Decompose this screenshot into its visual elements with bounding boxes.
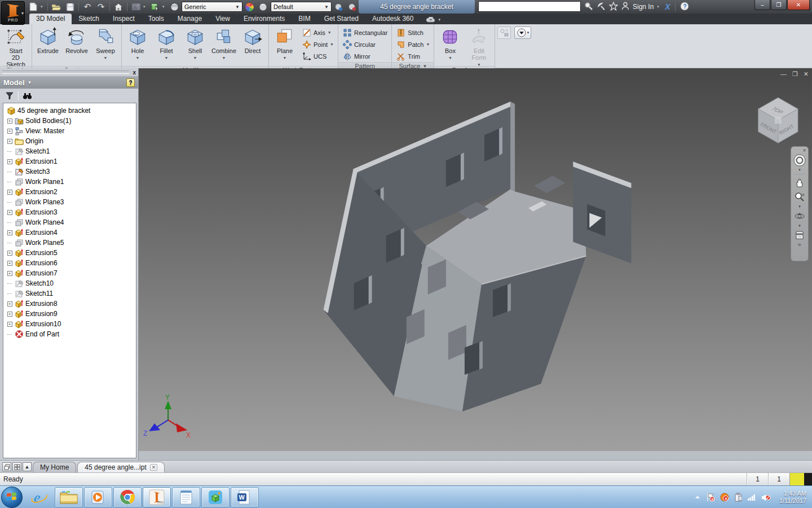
rectangular-button[interactable]: Rectangular: [340, 27, 390, 38]
tree-item-work-plane5[interactable]: Work Plane5: [6, 238, 136, 248]
dropdown-arrow-icon[interactable]: ▼: [330, 42, 334, 46]
adjust-appearance-icon[interactable]: [333, 1, 345, 12]
tree-connector[interactable]: +: [6, 119, 14, 124]
ribbon-tab-get-started[interactable]: Get Started: [317, 14, 365, 24]
cloud-icon[interactable]: [426, 17, 436, 23]
communication-center-icon[interactable]: [597, 2, 606, 12]
tree-item-extrusion10[interactable]: +Extrusion10: [6, 319, 136, 329]
tree-item-sketch10[interactable]: Sketch10: [6, 278, 136, 288]
render-icon-dropdown[interactable]: ▾: [143, 5, 148, 9]
box-button[interactable]: Box▼: [436, 25, 464, 66]
dropdown-arrow-icon[interactable]: ▼: [193, 55, 197, 62]
tree-item-45-degree-angle-bracket[interactable]: 45 degree angle bracket: [6, 106, 136, 116]
backup-alert-icon[interactable]: ✕: [720, 493, 729, 502]
expand-plus-icon[interactable]: +: [7, 301, 12, 306]
network-signal-icon[interactable]: [747, 493, 756, 501]
tree-connector[interactable]: +: [6, 271, 14, 276]
revolve-button[interactable]: Revolve: [63, 25, 91, 66]
circular-button[interactable]: Circular: [340, 38, 390, 50]
new-document-icon[interactable]: [27, 1, 39, 12]
appearance-ball-icon[interactable]: [257, 1, 270, 12]
expand-plus-icon[interactable]: +: [7, 261, 12, 266]
exchange-apps-icon[interactable]: X: [665, 2, 670, 11]
help-icon[interactable]: ?: [680, 2, 689, 12]
sign-in-label[interactable]: Sign In: [633, 3, 654, 11]
tree-item-extrusion2[interactable]: +Extrusion2: [6, 187, 136, 197]
navbar-close-icon[interactable]: ✕: [802, 148, 806, 153]
color-wheel-icon[interactable]: [244, 1, 256, 12]
ribbon-tab-3d-model[interactable]: 3D Model: [29, 14, 72, 24]
open-icon[interactable]: [50, 1, 63, 12]
zoom-icon[interactable]: ±: [792, 190, 807, 204]
doc-close-icon[interactable]: ✕: [804, 71, 809, 78]
orbit-dropdown-icon[interactable]: ▾: [798, 224, 801, 228]
dropdown-arrow-icon[interactable]: ▼: [328, 30, 332, 34]
tray-expand-icon[interactable]: [694, 494, 701, 500]
selection-cube-icon-dropdown[interactable]: ▾: [162, 5, 167, 9]
doc-restore-icon[interactable]: ❐: [792, 71, 798, 78]
ribbon-tab-environments[interactable]: Environments: [237, 14, 292, 24]
search-icon[interactable]: [584, 2, 593, 12]
close-button[interactable]: ✕: [787, 0, 810, 10]
volume-muted-icon[interactable]: [761, 493, 771, 502]
application-menu-button[interactable]: PRO ▾: [1, 1, 25, 25]
dropdown-arrow-icon[interactable]: ▼: [136, 55, 140, 62]
dropdown-arrow-icon[interactable]: ▼: [104, 55, 108, 62]
redo-icon[interactable]: ↷: [95, 1, 107, 12]
tree-item-extrusion6[interactable]: +Extrusion6: [6, 258, 136, 268]
browser-grip[interactable]: x: [0, 68, 138, 76]
dropdown-arrow-icon[interactable]: ▼: [426, 42, 430, 46]
taskbar-word-button[interactable]: W: [231, 487, 259, 507]
start-2d-sketch-button[interactable]: Start2D Sketch▼: [2, 25, 30, 66]
dropdown-arrow-icon[interactable]: ▼: [283, 55, 287, 62]
taskbar-internet-explorer-button[interactable]: e: [25, 487, 54, 507]
ribbon-tab-bim[interactable]: BIM: [292, 14, 317, 24]
taskbar-clock[interactable]: 1:43 AM 1/11/2017: [776, 490, 806, 505]
expand-up-icon[interactable]: ▲: [23, 462, 32, 471]
stitch-button[interactable]: Stitch: [394, 27, 432, 38]
expand-plus-icon[interactable]: +: [7, 139, 12, 144]
doc-minimize-icon[interactable]: —: [780, 71, 787, 78]
action-center-flag-icon[interactable]: ✕: [706, 493, 715, 502]
taskbar-windows-explorer-button[interactable]: [55, 487, 83, 507]
direct-button[interactable]: Direct: [239, 25, 267, 66]
zoom-dropdown-icon[interactable]: ▾: [798, 204, 801, 209]
sweep-button[interactable]: Sweep▼: [91, 25, 120, 66]
selection-cube-icon[interactable]: [149, 1, 161, 12]
tree-item-work-plane4[interactable]: Work Plane4: [6, 217, 136, 227]
document-tab-my-home[interactable]: My Home: [33, 462, 76, 472]
pan-hand-icon[interactable]: [792, 176, 807, 190]
tree-item-extrusion1[interactable]: +Extrusion1: [6, 156, 136, 167]
favorites-star-icon[interactable]: [609, 2, 618, 12]
tree-connector[interactable]: +: [6, 301, 14, 306]
dropdown-arrow-icon[interactable]: ▼: [222, 55, 226, 62]
ribbon-tab-autodesk-360[interactable]: Autodesk 360: [365, 14, 420, 24]
ribbon-collapse-button[interactable]: ▾: [514, 27, 531, 39]
tab-close-icon[interactable]: ✕: [150, 464, 158, 471]
tree-connector[interactable]: +: [6, 322, 14, 327]
tree-item-work-plane3[interactable]: Work Plane3: [6, 197, 136, 207]
tree-item-solid-bodies-1-[interactable]: +Solid Bodies(1): [6, 116, 136, 126]
ribbon-tab-sketch[interactable]: Sketch: [72, 14, 106, 24]
look-at-icon[interactable]: [792, 229, 807, 242]
model-canvas[interactable]: TOP FRONT RIGHT Y Z X: [139, 68, 812, 451]
viewport-3d[interactable]: TOP FRONT RIGHT Y Z X —: [139, 68, 812, 460]
dropdown-arrow-icon[interactable]: ▼: [165, 55, 169, 62]
tree-connector[interactable]: +: [6, 251, 14, 256]
appearance-select[interactable]: Default▼: [271, 2, 332, 12]
ucs-button[interactable]: UCS: [299, 50, 336, 62]
tree-item-sketch1[interactable]: Sketch1: [6, 146, 136, 156]
hole-button[interactable]: Hole▼: [123, 25, 152, 66]
patch-button[interactable]: Patch▼: [394, 38, 432, 50]
orbit-icon[interactable]: [792, 209, 807, 223]
cascade-windows-icon[interactable]: [2, 462, 11, 471]
ribbon-tab-inspect[interactable]: Inspect: [106, 14, 142, 24]
taskbar-viewer-3d-button[interactable]: [201, 487, 230, 507]
taskbar-media-player-button[interactable]: [84, 487, 112, 507]
tree-item-work-plane1[interactable]: Work Plane1: [6, 177, 136, 187]
sign-in-dropdown-icon[interactable]: ▾: [657, 5, 661, 9]
dropdown-arrow-icon[interactable]: ▼: [448, 55, 452, 62]
expand-plus-icon[interactable]: +: [7, 230, 12, 235]
plane-button[interactable]: Plane▼: [271, 25, 299, 66]
material-select[interactable]: Generic▼: [182, 2, 242, 12]
